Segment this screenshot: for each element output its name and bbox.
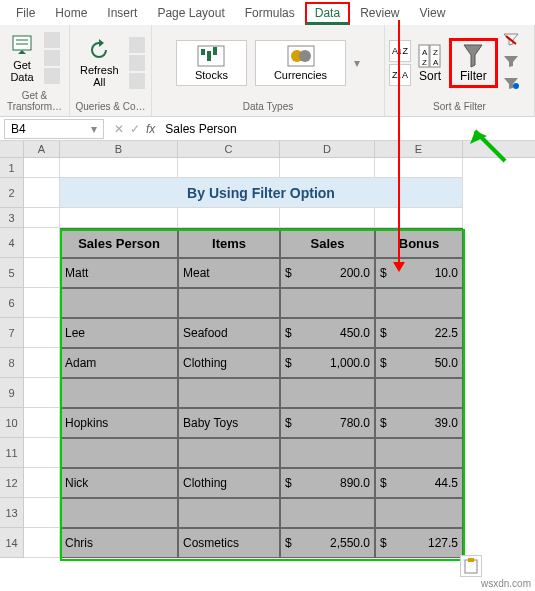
cell-items[interactable]	[178, 438, 280, 468]
cell-D3[interactable]	[280, 208, 375, 228]
row-header-9[interactable]: 9	[0, 378, 24, 408]
cell-sales[interactable]: $2,550.0	[280, 528, 375, 558]
header-sales-person[interactable]: Sales Person	[60, 228, 178, 258]
cell-items[interactable]	[178, 288, 280, 318]
cell-person[interactable]	[60, 438, 178, 468]
row-header-10[interactable]: 10	[0, 408, 24, 438]
cell-C1[interactable]	[178, 158, 280, 178]
cell-sales[interactable]: $1,000.0	[280, 348, 375, 378]
row-header-11[interactable]: 11	[0, 438, 24, 468]
cell-E3[interactable]	[375, 208, 463, 228]
col-header-C[interactable]: C	[178, 141, 280, 157]
row-header-3[interactable]: 3	[0, 208, 24, 228]
tab-formulas[interactable]: Formulas	[235, 2, 305, 25]
cell-A13[interactable]	[24, 498, 60, 528]
reapply-filter-button[interactable]	[502, 54, 520, 72]
filter-button[interactable]: Filter	[449, 38, 498, 88]
cell-A7[interactable]	[24, 318, 60, 348]
cell-A6[interactable]	[24, 288, 60, 318]
cell-items[interactable]: Cosmetics	[178, 528, 280, 558]
paste-options-button[interactable]	[460, 555, 482, 577]
tab-insert[interactable]: Insert	[97, 2, 147, 25]
enter-icon[interactable]: ✓	[130, 122, 140, 136]
cell-person[interactable]	[60, 288, 178, 318]
cell-sales[interactable]	[280, 438, 375, 468]
cell-bonus[interactable]: $22.5	[375, 318, 463, 348]
cell-A11[interactable]	[24, 438, 60, 468]
row-header-12[interactable]: 12	[0, 468, 24, 498]
sort-desc-button[interactable]: Z↓A	[389, 64, 411, 86]
tab-home[interactable]: Home	[45, 2, 97, 25]
cell-person[interactable]: Adam	[60, 348, 178, 378]
tab-page-layout[interactable]: Page Layout	[147, 2, 234, 25]
row-header-6[interactable]: 6	[0, 288, 24, 318]
get-data-button[interactable]: Get Data	[4, 31, 40, 85]
col-header-E[interactable]: E	[375, 141, 463, 157]
col-header-D[interactable]: D	[280, 141, 375, 157]
row-header-7[interactable]: 7	[0, 318, 24, 348]
row-header-2[interactable]: 2	[0, 178, 24, 208]
cell-A5[interactable]	[24, 258, 60, 288]
clear-filter-button[interactable]	[502, 32, 520, 50]
currencies-button[interactable]: Currencies	[255, 40, 346, 86]
cell-items[interactable]: Clothing	[178, 348, 280, 378]
sort-button[interactable]: AZZA Sort	[413, 41, 447, 85]
col-header-B[interactable]: B	[60, 141, 178, 157]
cell-A8[interactable]	[24, 348, 60, 378]
cell-bonus[interactable]: $44.5	[375, 468, 463, 498]
row-header-4[interactable]: 4	[0, 228, 24, 258]
cell-bonus[interactable]	[375, 498, 463, 528]
advanced-filter-button[interactable]	[502, 76, 520, 94]
tab-review[interactable]: Review	[350, 2, 409, 25]
cell-A9[interactable]	[24, 378, 60, 408]
row-header-1[interactable]: 1	[0, 158, 24, 178]
cell-person[interactable]: Chris	[60, 528, 178, 558]
stocks-button[interactable]: Stocks	[176, 40, 247, 86]
cell-items[interactable]	[178, 378, 280, 408]
cell-sales[interactable]	[280, 498, 375, 528]
name-box[interactable]: B4 ▾	[4, 119, 104, 139]
cell-bonus[interactable]: $10.0	[375, 258, 463, 288]
cell-A10[interactable]	[24, 408, 60, 438]
cell-items[interactable]: Baby Toys	[178, 408, 280, 438]
cell-sales[interactable]: $780.0	[280, 408, 375, 438]
cell-person[interactable]: Hopkins	[60, 408, 178, 438]
cell-sales[interactable]: $450.0	[280, 318, 375, 348]
cell-person[interactable]	[60, 378, 178, 408]
cell-E1[interactable]	[375, 158, 463, 178]
col-header-A[interactable]: A	[24, 141, 60, 157]
cell-items[interactable]: Meat	[178, 258, 280, 288]
cell-A12[interactable]	[24, 468, 60, 498]
properties-button[interactable]	[129, 55, 145, 71]
cell-A4[interactable]	[24, 228, 60, 258]
refresh-all-button[interactable]: Refresh All	[74, 36, 125, 90]
cell-C3[interactable]	[178, 208, 280, 228]
from-web-button[interactable]	[44, 50, 60, 66]
formula-input[interactable]: Sales Person	[161, 120, 240, 138]
name-box-dropdown-icon[interactable]: ▾	[91, 122, 97, 136]
cell-items[interactable]: Clothing	[178, 468, 280, 498]
cell-bonus[interactable]	[375, 288, 463, 318]
cell-person[interactable]	[60, 498, 178, 528]
cell-A3[interactable]	[24, 208, 60, 228]
tab-data[interactable]: Data	[305, 2, 350, 25]
cell-sales[interactable]: $890.0	[280, 468, 375, 498]
cell-bonus[interactable]	[375, 378, 463, 408]
cell-bonus[interactable]: $127.5	[375, 528, 463, 558]
cell-D1[interactable]	[280, 158, 375, 178]
select-all-cell[interactable]	[0, 141, 24, 157]
edit-links-button[interactable]	[129, 73, 145, 89]
header-items[interactable]: Items	[178, 228, 280, 258]
from-text-button[interactable]	[44, 32, 60, 48]
cell-items[interactable]: Seafood	[178, 318, 280, 348]
cell-person[interactable]: Nick	[60, 468, 178, 498]
cell-bonus[interactable]: $50.0	[375, 348, 463, 378]
cell-B1[interactable]	[60, 158, 178, 178]
row-header-13[interactable]: 13	[0, 498, 24, 528]
sort-asc-button[interactable]: A↓Z	[389, 40, 411, 62]
row-header-8[interactable]: 8	[0, 348, 24, 378]
datatypes-more-icon[interactable]: ▾	[354, 56, 360, 70]
from-table-button[interactable]	[44, 68, 60, 84]
cancel-icon[interactable]: ✕	[114, 122, 124, 136]
cell-A2[interactable]	[24, 178, 60, 208]
